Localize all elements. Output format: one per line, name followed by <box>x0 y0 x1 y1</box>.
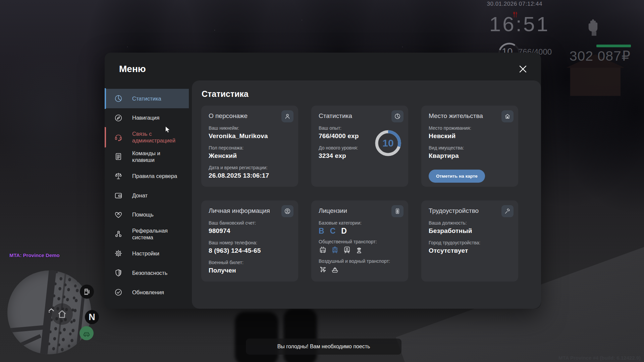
active-indicator <box>105 88 106 109</box>
field-label: Пол персонажа: <box>209 145 291 150</box>
sidebar-item-settings[interactable]: Настройки <box>105 244 189 263</box>
card-title: Статистика <box>319 112 401 120</box>
minimap <box>7 270 91 354</box>
sidebar-item-referral[interactable]: Реферальная система <box>105 225 189 244</box>
alert-indicator <box>105 127 106 148</box>
field: Место проживания: Невский <box>429 125 511 140</box>
sidebar-item-updates[interactable]: Обновления <box>105 283 189 302</box>
sidebar-item-label: Связь с администрацией <box>132 130 183 144</box>
field-label: Базовые категории: <box>319 220 401 226</box>
id-card-icon <box>391 205 404 217</box>
hammer-icon <box>501 205 514 217</box>
trolleybus-icon <box>319 246 327 255</box>
sidebar-item-donate[interactable]: Донат <box>105 186 189 205</box>
field-label: Город трудоустройства: <box>429 240 511 245</box>
compass-north-badge: N <box>85 310 99 324</box>
hud-money: 302 087₽ <box>570 48 631 64</box>
field-label: Дата и время регистрации: <box>209 165 291 170</box>
sidebar-item-statistics[interactable]: Статистика <box>105 89 189 108</box>
wallet-icon <box>114 191 123 200</box>
license-category-d: D <box>341 227 347 236</box>
field: Пол персонажа: Женский <box>209 145 291 160</box>
shield-icon <box>114 268 123 277</box>
map-road <box>7 334 41 354</box>
field-value: 980974 <box>209 227 291 235</box>
card-character: О персонаже Ваш никнейм: Veronika_Muriko… <box>201 106 298 187</box>
public-transport-licenses <box>319 246 401 255</box>
toast-message: Вы голодны! Вам необходимо поесть <box>277 344 370 350</box>
field-value: Женский <box>209 152 291 160</box>
sidebar-item-label: Обновления <box>132 289 183 296</box>
close-icon <box>517 63 529 75</box>
conductor-icon <box>355 246 363 255</box>
map-road <box>7 325 48 333</box>
level-progress-ring: 10 <box>374 129 402 158</box>
person-circle-icon <box>281 205 293 217</box>
sidebar-item-label: Помощь <box>132 211 183 218</box>
field: Военный билет: Получен <box>209 260 291 274</box>
field-label: Ваш банковский счет: <box>209 220 291 226</box>
compass-icon <box>114 114 123 122</box>
field-label: Общественный транспорт: <box>319 239 401 244</box>
card-residence: Место жительства Место проживания: Невск… <box>421 106 518 187</box>
air-water-licenses <box>319 265 401 275</box>
field-value: Квартира <box>429 152 511 160</box>
field-value: Безработный <box>429 227 511 235</box>
field-label: Вид имущества: <box>429 145 511 150</box>
field-label: Ваш номер телефона: <box>209 240 291 245</box>
menu-title: Меню <box>119 64 146 74</box>
update-icon <box>114 288 123 297</box>
fist-icon <box>586 16 602 39</box>
scales-icon <box>114 172 123 180</box>
build-version-label: MTA Province #4 (build: 6.12422.9) <box>558 355 641 361</box>
sidebar-item-security[interactable]: Безопасность <box>105 263 189 283</box>
sidebar-item-label: Безопасность <box>132 269 183 277</box>
card-employment: Трудоустройство Ваша должность: Безработ… <box>421 200 518 282</box>
sidebar-item-help[interactable]: Помощь <box>105 205 189 225</box>
game-screen: 30.01.2026 07:12:44 16:51 10 766/4000 30… <box>0 0 644 362</box>
card-personal-info: Личная информация Ваш банковский счет: 9… <box>201 200 298 282</box>
home-icon <box>56 308 68 320</box>
field-label: Военный билет: <box>209 260 291 265</box>
card-title: Лицензии <box>319 207 401 215</box>
hunger-toast: Вы голодны! Вам необходимо поесть <box>246 339 401 355</box>
level-number: 10 <box>374 129 402 158</box>
sidebar-item-admin-contact[interactable]: Связь с администрацией <box>105 128 189 147</box>
sidebar-item-rules[interactable]: Правила сервера <box>105 166 189 186</box>
field-value: Получен <box>209 267 291 274</box>
mouse-cursor <box>165 126 171 134</box>
sidebar-item-label: Статистика <box>132 95 183 102</box>
heart-handshake-icon <box>114 210 123 219</box>
mark-on-map-button[interactable]: Отметить на карте <box>429 170 485 183</box>
field: Дата и время регистрации: 26.08.2025 13:… <box>209 165 291 179</box>
menu-panel: Меню Статистика Навигация <box>105 53 541 309</box>
field-value: Невский <box>429 132 511 140</box>
sidebar-item-label: Правила сервера <box>132 173 183 180</box>
card-title: О персонаже <box>209 112 291 120</box>
plane-icon <box>319 265 327 275</box>
car-rental-icon <box>79 326 94 340</box>
field: Город трудоустройства: Отсутствует <box>429 240 511 254</box>
hud-clock: 16:51 <box>489 12 550 36</box>
close-button[interactable] <box>517 63 529 75</box>
field-value: Отсутствует <box>429 247 511 254</box>
sidebar: Статистика Навигация Связь с администрац… <box>105 89 189 302</box>
money-progress-bar <box>596 45 631 47</box>
headset-icon <box>114 133 123 141</box>
sidebar-item-label: Донат <box>132 192 183 199</box>
gas-station-icon <box>80 285 94 299</box>
field-value: 26.08.2025 13:06:17 <box>209 172 291 179</box>
license-category-c: C <box>330 227 336 236</box>
gear-icon <box>114 249 123 258</box>
field-value: 8 (963) 124-45-65 <box>209 247 291 254</box>
field-label: Ваш никнейм: <box>209 125 291 131</box>
field: Ваша должность: Безработный <box>429 220 511 235</box>
hud-datetime: 30.01.2026 07:12:44 <box>487 1 542 7</box>
card-title: Место жительства <box>429 112 511 120</box>
sidebar-item-commands[interactable]: Команды и клавиши <box>105 147 189 166</box>
field-label: Воздушный и водный транспорт: <box>319 258 401 264</box>
network-icon <box>114 230 123 238</box>
card-title: Личная информация <box>209 207 291 215</box>
license-categories: B C D <box>319 227 401 236</box>
sidebar-item-navigation[interactable]: Навигация <box>105 108 189 128</box>
